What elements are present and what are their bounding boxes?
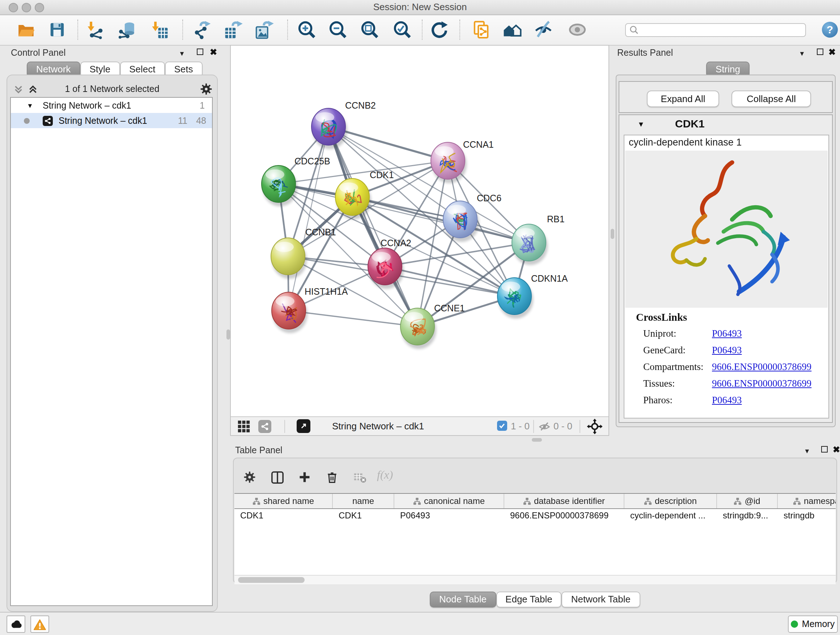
table-cell[interactable]: stringdb: [778, 510, 836, 520]
tab-node-table[interactable]: Node Table: [430, 592, 496, 608]
table-panel-float-icon[interactable]: [821, 446, 828, 453]
table-cell[interactable]: CDK1: [333, 510, 394, 520]
vertical-splitter-handle[interactable]: [226, 329, 230, 340]
zoom-fit-button[interactable]: [360, 20, 379, 39]
status-bar: Memory: [0, 612, 840, 635]
table-options-button[interactable]: [241, 469, 258, 486]
column-header-database-identifier[interactable]: database identifier: [504, 494, 624, 508]
collapse-all-button[interactable]: Collapse All: [731, 90, 811, 107]
network-row-selected[interactable]: String Network – cdk1 11 48: [11, 113, 212, 128]
control-panel-menu-icon[interactable]: ▼: [179, 50, 185, 57]
network-list-container: 1 of 1 Network selected ▼ String Network…: [6, 74, 218, 612]
network-share-icon[interactable]: [258, 420, 271, 433]
table-cell[interactable]: cyclin-dependent ...: [624, 510, 717, 520]
cloud-icon: [9, 618, 23, 630]
zoom-in-icon: [297, 20, 316, 39]
control-panel-float-icon[interactable]: [197, 49, 203, 55]
home-button[interactable]: [503, 20, 522, 39]
search-input[interactable]: [625, 23, 806, 37]
scrollbar-thumb[interactable]: [238, 577, 305, 583]
network-options-gear-icon[interactable]: [200, 82, 213, 96]
network-selection-status: 1 of 1 Network selected: [7, 84, 217, 94]
crosslink-link[interactable]: P06493: [712, 345, 742, 356]
network-view-toolbar: String Network – cdk1 1 - 0 0 - 0: [231, 416, 608, 435]
node-label-CDKN1A: CDKN1A: [531, 273, 568, 283]
crosslink-label: GeneCard:: [643, 345, 685, 356]
crosslink-link[interactable]: 9606.ENSP00000378699: [712, 361, 812, 373]
protein-structure-image: [625, 150, 828, 308]
trash-icon: [325, 470, 339, 484]
network-status-dot: [24, 118, 30, 124]
hide-selected-button[interactable]: [534, 20, 553, 39]
results-panel-close-icon[interactable]: ✖: [829, 49, 836, 56]
toolbar-separator: [533, 420, 534, 433]
delete-table-icon: [353, 470, 366, 484]
table-cell[interactable]: P06493: [394, 510, 504, 520]
export-table-button[interactable]: [224, 20, 243, 39]
titlebar: Session: New Session: [0, 0, 840, 15]
table-cell[interactable]: stringdb:9...: [717, 510, 778, 520]
crosslink-link[interactable]: 9606.ENSP00000378699: [712, 378, 812, 390]
selected-checkbox-icon[interactable]: [497, 421, 507, 431]
network-tree: ▼ String Network – cdk1 1 String Network…: [10, 97, 213, 606]
table-panel-menu-icon[interactable]: ▼: [804, 448, 810, 455]
memory-button[interactable]: Memory: [788, 616, 838, 633]
table-horizontal-scrollbar[interactable]: [234, 575, 836, 584]
table-cell[interactable]: CDK1: [234, 510, 333, 520]
column-header-name[interactable]: name: [333, 494, 394, 508]
crosslink-link[interactable]: P06493: [712, 328, 742, 340]
create-column-button[interactable]: [296, 469, 313, 486]
refresh-button[interactable]: [430, 20, 448, 39]
column-header-shared-name[interactable]: shared name: [234, 494, 333, 508]
open-session-button[interactable]: [17, 20, 35, 39]
column-header--id[interactable]: @id: [717, 494, 778, 508]
zoom-out-button[interactable]: [328, 20, 347, 39]
grid-view-icon[interactable]: [237, 420, 250, 433]
warnings-button[interactable]: [30, 616, 49, 633]
import-network-button[interactable]: [85, 20, 104, 39]
cloud-status-button[interactable]: [6, 616, 25, 633]
zoom-selected-button[interactable]: [393, 20, 412, 39]
birdseye-view-icon[interactable]: [297, 419, 310, 433]
collection-expanded-icon[interactable]: ▼: [27, 102, 33, 109]
import-network-from-database-button[interactable]: [117, 20, 136, 39]
import-table-button[interactable]: [150, 20, 169, 39]
duplicate-network-button[interactable]: [472, 20, 491, 39]
function-builder-button-disabled[interactable]: f(x): [377, 469, 393, 481]
save-session-button[interactable]: [48, 20, 66, 39]
pan-crosshair-icon[interactable]: [587, 418, 603, 434]
network-collection-row[interactable]: ▼ String Network – cdk1 1: [11, 98, 212, 113]
show-all-button[interactable]: [568, 20, 587, 39]
hidden-eye-slash-icon: [538, 421, 551, 433]
horizontal-splitter-handle[interactable]: [532, 438, 542, 442]
network-label: String Network – cdk1: [58, 116, 147, 126]
show-columns-button[interactable]: [268, 469, 286, 486]
expand-all-button[interactable]: Expand All: [647, 90, 719, 107]
results-panel-menu-icon[interactable]: ▼: [799, 50, 805, 57]
delete-table-button-disabled[interactable]: [351, 469, 368, 486]
tab-network-table[interactable]: Network Table: [562, 592, 640, 608]
crosslink-row: Tissues:9606.ENSP00000378699: [624, 378, 829, 394]
crosslinks-title: CrossLinks: [636, 311, 687, 324]
export-image-button[interactable]: [256, 20, 274, 39]
column-header-namespace[interactable]: namespace: [778, 494, 836, 508]
network-canvas[interactable]: CCNB2CCNA1CDC25BCDK1CDC6RB1CCNB1CCNA2CDK…: [231, 46, 608, 416]
tab-edge-table[interactable]: Edge Table: [496, 592, 562, 608]
column-header-canonical-name[interactable]: canonical name: [394, 494, 504, 508]
delete-column-button[interactable]: [324, 469, 341, 486]
zoom-in-button[interactable]: [297, 20, 316, 39]
crosslink-link[interactable]: P06493: [712, 394, 742, 406]
vertical-splitter-handle[interactable]: [611, 229, 614, 239]
results-panel-float-icon[interactable]: [817, 49, 823, 55]
crosslink-label: Pharos:: [643, 394, 673, 406]
table-cell[interactable]: 9606.ENSP00000378699: [504, 510, 624, 520]
control-panel-close-icon[interactable]: ✖: [210, 49, 217, 56]
table-panel-close-icon[interactable]: ✖: [833, 446, 840, 453]
help-button[interactable]: ?: [822, 22, 838, 38]
column-header-description[interactable]: description: [624, 494, 717, 508]
crosslink-row: Pharos:P06493: [624, 394, 829, 411]
node-label-CCNB1: CCNB1: [305, 227, 336, 237]
section-expanded-icon[interactable]: ▼: [638, 120, 645, 128]
export-network-button[interactable]: [193, 20, 212, 39]
table-row[interactable]: CDK1CDK1P064939606.ENSP00000378699cyclin…: [234, 509, 836, 521]
